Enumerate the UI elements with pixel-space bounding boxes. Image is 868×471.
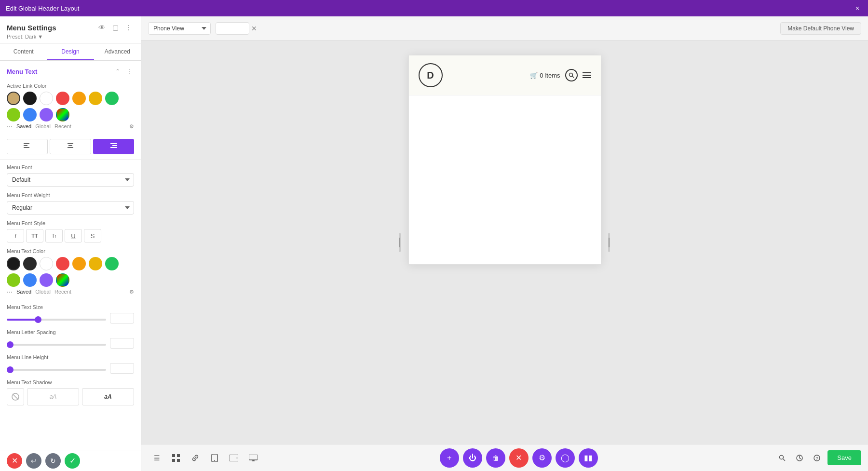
- color-swatch-violet[interactable]: [40, 108, 53, 121]
- tool-tablet-btn[interactable]: [225, 449, 243, 467]
- tab-content[interactable]: Content: [0, 44, 47, 60]
- text-color-swatch-violet[interactable]: [40, 273, 53, 287]
- text-color-swatch-white[interactable]: [40, 257, 53, 270]
- color-swatch-amber[interactable]: [72, 92, 86, 105]
- text-color-swatch-green[interactable]: [105, 257, 119, 270]
- panel-header: Menu Settings 👁 ▢ ⋮ Preset: Dark ▼: [0, 16, 141, 44]
- px-clear-button[interactable]: ✕: [251, 25, 257, 32]
- confirm-button[interactable]: ✓: [65, 453, 80, 469]
- tab-advanced[interactable]: Advanced: [94, 44, 141, 60]
- menu-letter-spacing-slider[interactable]: [7, 344, 106, 346]
- svg-line-12: [572, 76, 574, 78]
- text-color-swatch-active[interactable]: [7, 257, 20, 270]
- color-swatch-yellow[interactable]: [89, 92, 102, 105]
- menu-text-size-input[interactable]: 16px: [110, 313, 134, 323]
- help-bottom-icon[interactable]: ?: [810, 451, 824, 465]
- text-color-more-btn[interactable]: ⋯: [7, 289, 13, 296]
- text-color-swatch-yellow[interactable]: [89, 257, 102, 270]
- make-default-btn[interactable]: Make Default Phone View: [780, 22, 861, 35]
- text-color-swatch-dark[interactable]: [23, 257, 37, 270]
- section-collapse-icon[interactable]: ⌃: [113, 67, 122, 76]
- close-btn[interactable]: ✕: [509, 448, 529, 468]
- align-right-btn[interactable]: [93, 139, 134, 154]
- layout-icon[interactable]: ▢: [110, 22, 121, 33]
- color-more-btn[interactable]: ⋯: [7, 123, 13, 130]
- undo-button[interactable]: ↩: [26, 453, 41, 469]
- align-left-btn[interactable]: [7, 139, 48, 154]
- color-tab-recent[interactable]: Recent: [54, 123, 71, 130]
- search-bottom-icon[interactable]: [775, 451, 789, 465]
- close-window-button[interactable]: ×: [853, 3, 862, 13]
- view-select[interactable]: Phone View Tablet View Desktop View: [148, 22, 211, 35]
- delete-btn[interactable]: 🗑: [486, 448, 505, 468]
- tool-link-btn[interactable]: [187, 449, 204, 467]
- pause-btn[interactable]: ▮▮: [579, 448, 598, 468]
- menu-text-size-slider[interactable]: [7, 319, 106, 321]
- font-italic-btn[interactable]: I: [7, 229, 24, 242]
- menu-font-select[interactable]: Default: [7, 173, 134, 187]
- text-color-tab-saved[interactable]: Saved: [16, 289, 31, 296]
- menu-letter-spacing-slider-container: [7, 339, 106, 348]
- text-color-swatch-lime[interactable]: [7, 273, 20, 287]
- resize-handle-left[interactable]: [399, 233, 401, 252]
- save-button[interactable]: Save: [827, 450, 861, 465]
- text-color-tab-global[interactable]: Global: [35, 289, 51, 296]
- menu-line-height-slider[interactable]: [7, 369, 106, 371]
- tool-desktop-btn[interactable]: [244, 449, 262, 467]
- menu-line-height-input[interactable]: 1em: [110, 363, 134, 374]
- color-swatch-white[interactable]: [40, 92, 53, 105]
- more-icon[interactable]: ⋮: [123, 22, 134, 33]
- tab-design[interactable]: Design: [47, 44, 94, 60]
- redo-button[interactable]: ↻: [45, 453, 61, 469]
- font-bold-btn[interactable]: TT: [26, 229, 43, 242]
- tool-phone-btn[interactable]: [206, 449, 223, 467]
- color-swatch-active[interactable]: [7, 92, 20, 105]
- power-btn[interactable]: ⏻: [463, 448, 482, 468]
- cancel-button[interactable]: ✕: [7, 453, 22, 469]
- color-swatch-lime[interactable]: [7, 108, 20, 121]
- text-color-swatch-amber[interactable]: [72, 257, 86, 270]
- hamburger-menu-icon[interactable]: [583, 72, 591, 78]
- menu-letter-spacing-label: Menu Letter Spacing: [7, 329, 134, 335]
- eye-icon[interactable]: 👁: [96, 22, 107, 33]
- text-shadow-light-btn[interactable]: aA: [27, 388, 79, 405]
- text-color-swatch-special[interactable]: [56, 273, 69, 287]
- svg-rect-3: [68, 143, 73, 144]
- tool-menu-btn[interactable]: ☰: [148, 449, 165, 467]
- add-element-btn[interactable]: +: [440, 448, 459, 468]
- resize-handle-right[interactable]: [608, 233, 610, 252]
- text-color-tab-recent[interactable]: Recent: [54, 289, 71, 296]
- text-shadow-dark-btn[interactable]: aA: [82, 388, 134, 405]
- text-shadow-none-btn[interactable]: [7, 388, 24, 405]
- color-swatch-green[interactable]: [105, 92, 119, 105]
- history-bottom-icon[interactable]: [793, 451, 806, 465]
- px-input[interactable]: 400px: [216, 22, 249, 35]
- color-swatch-special[interactable]: [56, 108, 69, 121]
- font-caps-btn[interactable]: Tr: [45, 229, 63, 242]
- text-color-swatch-red[interactable]: [56, 257, 69, 270]
- color-tab-saved[interactable]: Saved: [16, 123, 31, 130]
- svg-rect-4: [68, 145, 72, 146]
- settings-btn[interactable]: ⚙: [532, 448, 552, 468]
- svg-point-22: [780, 455, 784, 459]
- menu-font-weight-select[interactable]: Regular: [7, 201, 134, 215]
- target-btn[interactable]: ◯: [556, 448, 575, 468]
- tool-grid-btn[interactable]: [167, 449, 185, 467]
- divider-1: [0, 159, 141, 160]
- align-center-btn[interactable]: [50, 139, 91, 154]
- section-more-icon[interactable]: ⋮: [124, 67, 134, 76]
- font-strikethrough-btn[interactable]: S: [84, 229, 101, 242]
- search-icon[interactable]: [565, 69, 578, 81]
- color-swatch-blue[interactable]: [23, 108, 37, 121]
- text-color-settings-icon[interactable]: ⚙: [129, 289, 134, 296]
- font-underline-btn[interactable]: U: [65, 229, 82, 242]
- color-swatch-red[interactable]: [56, 92, 69, 105]
- panel-preset[interactable]: Preset: Dark ▼: [7, 34, 134, 40]
- color-settings-icon[interactable]: ⚙: [129, 123, 134, 130]
- menu-letter-spacing-input[interactable]: 0px: [110, 338, 134, 349]
- text-color-swatch-blue[interactable]: [23, 273, 37, 287]
- color-tab-global[interactable]: Global: [35, 123, 51, 130]
- menu-text-size-slider-container: [7, 314, 106, 323]
- color-swatch-black[interactable]: [23, 92, 37, 105]
- section-icons: ⌃ ⋮: [113, 67, 134, 76]
